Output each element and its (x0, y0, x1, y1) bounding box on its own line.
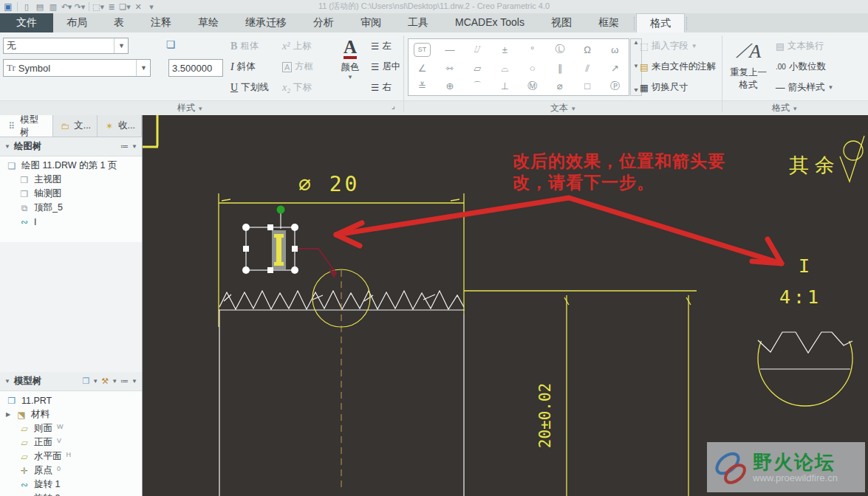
diameter-dimension[interactable]: ∅ 20 (298, 172, 360, 196)
symbol-plusminus[interactable]: ± (491, 39, 519, 61)
tree-item-symbol-i[interactable]: ∾ I (0, 215, 142, 229)
text-box-button[interactable]: A 方框 (282, 61, 313, 73)
tab-analysis[interactable]: 分析 (300, 13, 347, 32)
tab-folder-browser[interactable]: 🗀 文... (53, 115, 98, 137)
palette-expand-icon[interactable]: ⯆ (633, 86, 639, 95)
chevron-down-icon[interactable]: ▼ (131, 143, 137, 150)
symbol-degree[interactable]: ° (519, 39, 546, 61)
tree-tools-icon[interactable]: ⚒ (101, 376, 109, 386)
selected-symbol[interactable] (272, 230, 286, 269)
italic-button[interactable]: I 斜体 (230, 61, 256, 73)
chevron-down-icon[interactable]: ▼ (334, 74, 366, 80)
subscript-button[interactable]: x₂ 下标 (282, 81, 312, 94)
tree-settings-icon[interactable]: ≔ (120, 142, 129, 151)
symbol-diameter[interactable]: ⌀ (546, 77, 573, 95)
symbol-circle[interactable]: ○ (519, 61, 546, 78)
rotate-handle[interactable] (277, 206, 285, 214)
copy-format-icon[interactable]: ❏ (164, 38, 177, 50)
tree-item-top-5[interactable]: ⧉ 顶部_5 (0, 201, 142, 215)
symbol-slope[interactable]: ⌰ (464, 39, 491, 61)
symbol-dash[interactable]: — (436, 39, 463, 61)
switch-dimension-button[interactable]: ▦ 切换尺寸 (640, 81, 688, 94)
text-size-input[interactable]: 3.500000 (168, 59, 223, 77)
tab-legacy-migration[interactable]: 继承迁移 (232, 13, 300, 32)
tree-item-revolve-2[interactable]: ∾ 旋转 2 (0, 492, 142, 496)
tree-settings-icon[interactable]: ≔ (120, 376, 129, 386)
tree-item-revolve-1[interactable]: ∾ 旋转 1 (0, 478, 142, 492)
tab-frame[interactable]: 框架 (585, 13, 632, 32)
selection-box[interactable] (242, 206, 298, 275)
text-color-button[interactable]: A 颜色 ▼ (334, 38, 366, 80)
symbol-omega-lower[interactable]: ω (601, 39, 629, 61)
tree-item-datum-plane-w[interactable]: ▱ 则面 W (0, 421, 142, 435)
tree-item-part[interactable]: ❒ 11.PRT (0, 393, 142, 407)
symbol-not-parallel[interactable]: ⫽ (574, 61, 601, 78)
repeat-last-format-button[interactable]: ⟋A 重复上一 格式 (727, 37, 770, 99)
arrow-style-button[interactable]: — 箭头样式 ▼ (776, 81, 833, 94)
symbol-square[interactable]: □ (574, 77, 601, 95)
symbol-double-arrow[interactable]: ⇿ (436, 61, 463, 78)
scroll-up-icon[interactable]: ▲ (633, 39, 639, 46)
align-center-button[interactable]: ☰ 居中 (371, 61, 400, 73)
tree-item-origin[interactable]: ✛ 原点 0 (0, 464, 142, 478)
expand-arrow-icon[interactable]: ▶ (6, 411, 12, 418)
chevron-down-icon[interactable]: ▼ (131, 378, 137, 385)
part-filter-icon[interactable]: ❒ (82, 376, 89, 386)
detail-view-label[interactable]: I (799, 255, 810, 277)
format-group-label[interactable]: 格式 ▼ (772, 102, 798, 114)
tree-item-sheet[interactable]: ❏ 绘图 11.DRW 的第 1 页 (0, 159, 142, 173)
tab-view[interactable]: 视图 (538, 13, 585, 32)
height-dimension[interactable]: 20±0.02 (536, 368, 558, 464)
symbol-arc[interactable]: ⌒ (464, 77, 491, 95)
chevron-down-icon[interactable]: ▼ (112, 378, 117, 385)
symbol-parallelogram[interactable]: ▱ (464, 61, 491, 78)
symbol-parallel[interactable]: ∥ (546, 61, 573, 78)
tab-review[interactable]: 审阅 (347, 13, 394, 32)
insert-field-button[interactable]: ⬚ 插入字段 ▼ (640, 40, 697, 52)
collapse-icon[interactable]: ▼ (4, 378, 10, 385)
symbol-position[interactable]: ⊕ (436, 77, 463, 95)
text-group-label[interactable]: 文本 ▼ (550, 102, 576, 114)
symbol-st[interactable]: ST (414, 43, 431, 57)
tab-sketch[interactable]: 草绘 (185, 13, 232, 32)
symbol-arrow[interactable]: ↗ (601, 61, 629, 78)
underline-button[interactable]: U 下划线 (230, 81, 269, 94)
collapse-icon[interactable]: ▼ (4, 143, 10, 150)
tab-table[interactable]: 表 (100, 13, 137, 32)
chevron-down-icon[interactable]: ▼ (114, 38, 125, 53)
tab-layout[interactable]: 布局 (53, 13, 100, 32)
symbol-segment[interactable]: ⌓ (491, 61, 519, 78)
tree-item-datum-plane-h[interactable]: ▱ 水平面 H (0, 450, 142, 464)
text-wrap-button[interactable]: ▤ 文本换行 (776, 40, 824, 52)
superscript-button[interactable]: x² 上标 (282, 40, 311, 52)
tree-item-axonometric-view[interactable]: ❒ 轴测图 (0, 187, 142, 201)
align-left-button[interactable]: ☰ 左 (371, 40, 392, 52)
symbol-omega-upper[interactable]: Ω (574, 39, 601, 61)
tab-file[interactable]: 文件 (0, 13, 53, 32)
drawing-canvas[interactable]: 改后的效果，位置和箭头要 改，请看下一步。 ∅ 20 20±0.02 其余 I … (143, 115, 868, 496)
symbol-circle-p[interactable]: Ⓟ (601, 77, 629, 95)
scroll-down-icon[interactable]: ▼ (633, 63, 639, 69)
detail-view-scale[interactable]: 4:1 (779, 286, 821, 308)
note-from-file-button[interactable]: ▤ 来自文件的注解 (640, 61, 716, 73)
bold-button[interactable]: B 粗体 (230, 40, 259, 52)
tab-format-active[interactable]: 格式 (636, 13, 685, 32)
font-select[interactable]: Tr Symbol ▼ (3, 59, 151, 77)
symbol-angle[interactable]: ∠ (409, 61, 436, 78)
symbol-equal[interactable]: ≚ (409, 77, 436, 95)
text-style-select[interactable]: 无 ▼ (3, 38, 129, 54)
symbol-circle-m[interactable]: Ⓜ (519, 77, 546, 95)
symbol-perpendicular[interactable]: ⊥ (491, 77, 519, 95)
style-group-label[interactable]: 样式 ▼ (177, 102, 203, 114)
tab-mcadex-tools[interactable]: MCADEx Tools (442, 13, 538, 32)
tab-tools[interactable]: 工具 (394, 13, 442, 32)
align-right-button[interactable]: ☰ 右 (371, 81, 392, 94)
tab-model-tree[interactable]: ⠿ 模型树 (0, 115, 53, 137)
symbol-circle-l[interactable]: Ⓛ (546, 39, 573, 61)
tree-item-material[interactable]: ▶ ⬔ 材料 (0, 407, 142, 421)
tab-annotate[interactable]: 注释 (137, 13, 185, 32)
tab-favorites[interactable]: ✶ 收... (98, 115, 142, 137)
decimal-places-button[interactable]: .00 小数位数 (776, 61, 826, 73)
tree-item-datum-plane-v[interactable]: ▱ 正面 V (0, 435, 142, 450)
tree-item-main-view[interactable]: ❒ 主视图 (0, 173, 142, 187)
